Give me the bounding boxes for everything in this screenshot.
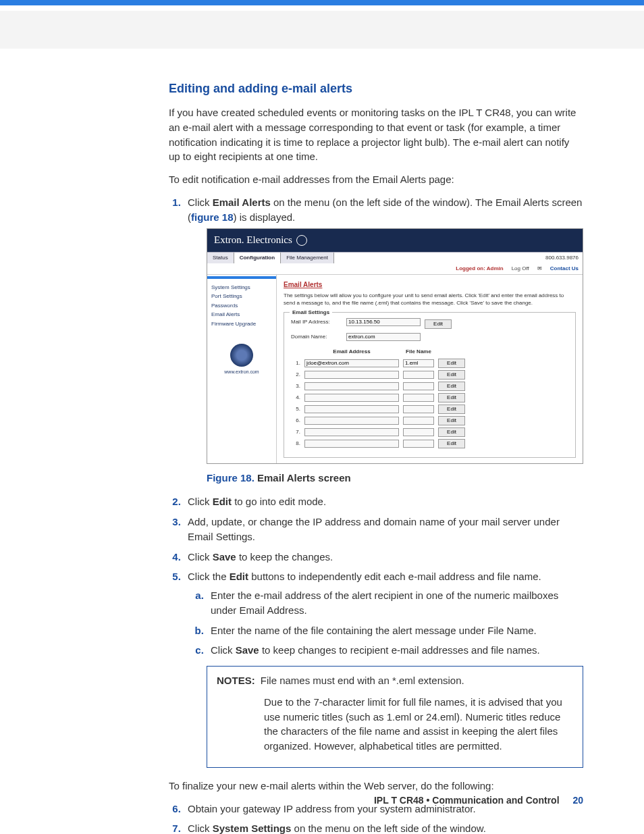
step-2-pre: Click	[188, 496, 213, 507]
sidebar-port-settings[interactable]: Port Settings	[207, 292, 276, 301]
step-4-bold: Save	[213, 551, 236, 563]
step-5c-bold: Save	[236, 644, 259, 656]
fieldset-title: Email Settings	[290, 309, 332, 317]
row-edit-button[interactable]: Edit	[438, 393, 465, 402]
filename-input[interactable]	[403, 359, 434, 367]
email-row: 6.Edit	[291, 416, 568, 425]
step-2-bold: Edit	[213, 496, 232, 507]
step-1-figref[interactable]: figure 18	[191, 211, 234, 223]
figure-label: Figure 18.	[207, 472, 254, 484]
ss-sidebar: System Settings Port Settings Passwords …	[207, 275, 277, 463]
step-4: Click Save to keep the changes.	[184, 550, 583, 565]
sidebar-system-settings[interactable]: System Settings	[207, 283, 276, 292]
step-5-post: buttons to independently edit each e-mai…	[248, 571, 541, 582]
brand-text: Extron. Electronics	[214, 233, 292, 248]
email-row: 2.Edit	[291, 370, 568, 380]
row-index: 6.	[291, 417, 300, 425]
notes-line-1: File names must end with an *.eml extens…	[261, 675, 464, 686]
step-5c: Click Save to keep changes to recipient …	[207, 643, 583, 658]
email-input[interactable]	[304, 394, 399, 402]
email-input[interactable]	[304, 428, 399, 436]
step-7-post: on the menu on the left side of the wind…	[291, 823, 486, 834]
email-row: 5.Edit	[291, 405, 568, 414]
figure-text: Email Alerts screen	[254, 472, 351, 484]
step-5b: Enter the name of the file containing th…	[207, 623, 583, 638]
email-input[interactable]	[304, 382, 399, 390]
email-input[interactable]	[304, 359, 399, 367]
contact-link[interactable]: Contact Us	[550, 265, 579, 273]
step-1-post-b: ) is displayed.	[234, 211, 296, 223]
logoff-link[interactable]: Log Off	[512, 265, 529, 273]
notes-line-2: Due to the 7-character limit for full fi…	[264, 695, 573, 754]
email-input[interactable]	[304, 417, 399, 425]
row-edit-button[interactable]: Edit	[438, 405, 465, 414]
step-5-pre: Click the	[188, 571, 230, 582]
row-edit-button[interactable]: Edit	[438, 370, 465, 380]
step-5-bold: Edit	[230, 571, 248, 582]
row-edit-button[interactable]: Edit	[438, 382, 465, 391]
email-row: 3.Edit	[291, 382, 568, 391]
phone-number: 800.633.9876	[541, 253, 583, 263]
col-email-address: Email Address	[304, 348, 399, 356]
filename-input[interactable]	[403, 440, 434, 448]
tab-configuration[interactable]: Configuration	[234, 253, 281, 263]
intro-paragraph-2: To edit notification e-mail addresses fr…	[169, 172, 583, 187]
tab-file-management[interactable]: File Management	[281, 253, 334, 263]
notes-label: NOTES:	[217, 673, 255, 688]
brand-logo-icon	[296, 235, 307, 246]
step-5c-post: to keep changes to recipient e-mail addr…	[259, 644, 540, 656]
extron-logo-icon	[230, 344, 253, 367]
row-edit-button[interactable]: Edit	[438, 439, 465, 448]
sidebar-highlight-bar	[207, 276, 276, 279]
footer-page-number: 20	[572, 795, 583, 806]
row-edit-button[interactable]: Edit	[438, 359, 465, 368]
filename-input[interactable]	[403, 405, 434, 413]
step-7: Click System Settings on the menu on the…	[184, 821, 583, 834]
sidebar-email-alerts[interactable]: Email Alerts	[207, 310, 276, 319]
row-index: 2.	[291, 371, 300, 379]
finalize-paragraph: To finalize your new e-mail alerts withi…	[169, 779, 583, 793]
step-7-pre: Click	[188, 823, 213, 834]
row-index: 3.	[291, 382, 300, 390]
email-row: 8.Edit	[291, 439, 568, 448]
page-footer: IPL T CR48 • Communication and Control 2…	[374, 793, 583, 807]
row-index: 8.	[291, 440, 300, 448]
filename-input[interactable]	[403, 417, 434, 425]
email-row: 7.Edit	[291, 427, 568, 437]
step-4-pre: Click	[188, 551, 213, 563]
ss-page-title: Email Alerts	[284, 280, 576, 290]
domain-input[interactable]	[346, 333, 421, 341]
row-edit-button[interactable]: Edit	[438, 427, 465, 437]
sidebar-passwords[interactable]: Passwords	[207, 301, 276, 311]
ss-header: Extron. Electronics	[207, 229, 583, 252]
step-2: Click Edit to go into edit mode.	[184, 494, 583, 509]
email-alerts-screenshot: Extron. Electronics Status Configuration…	[207, 228, 583, 463]
filename-input[interactable]	[403, 394, 434, 402]
email-input[interactable]	[304, 405, 399, 413]
email-settings-fieldset: Email Settings Mail IP Address: Edit Dom…	[284, 312, 576, 458]
step-4-post: to keep the changes.	[236, 551, 333, 563]
row-index: 1.	[291, 359, 300, 367]
step-5: Click the Edit buttons to independently …	[184, 569, 583, 768]
sidebar-url[interactable]: www.extron.com	[224, 369, 259, 374]
email-row: 4.Edit	[291, 393, 568, 402]
filename-input[interactable]	[403, 371, 434, 379]
email-input[interactable]	[304, 371, 399, 379]
email-input[interactable]	[304, 440, 399, 448]
settings-edit-button[interactable]: Edit	[425, 319, 452, 329]
email-row: 1.Edit	[291, 359, 568, 368]
filename-input[interactable]	[403, 382, 434, 390]
filename-input[interactable]	[403, 428, 434, 436]
footer-text: IPL T CR48 • Communication and Control	[374, 795, 560, 806]
sidebar-firmware[interactable]: Firmware Upgrade	[207, 319, 276, 329]
mail-ip-input[interactable]	[346, 318, 421, 326]
mail-icon: ✉	[537, 265, 542, 273]
step-7-bold: System Settings	[213, 823, 292, 834]
step-3: Add, update, or change the IP address an…	[184, 515, 583, 544]
step-5c-pre: Click	[211, 644, 236, 656]
row-index: 4.	[291, 394, 300, 402]
row-edit-button[interactable]: Edit	[438, 416, 465, 425]
ss-infobar: Logged on: Admin Log Off ✉ Contact Us	[207, 263, 583, 274]
tab-status[interactable]: Status	[207, 253, 234, 263]
figure-caption: Figure 18. Email Alerts screen	[207, 471, 583, 486]
